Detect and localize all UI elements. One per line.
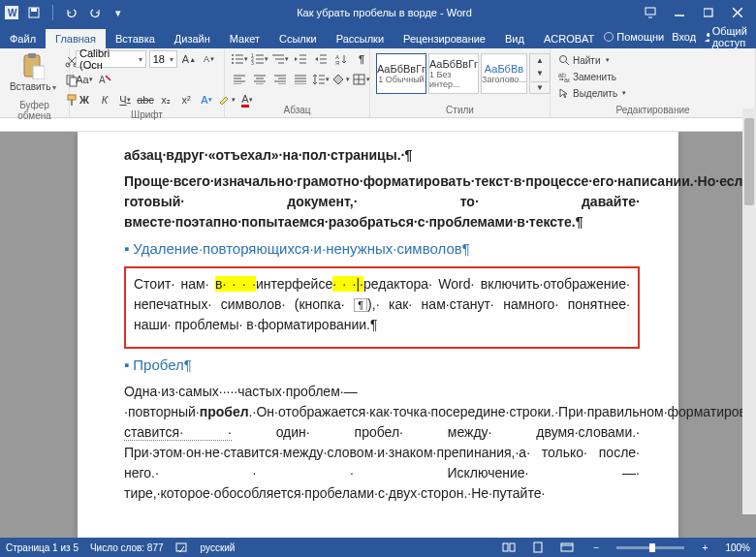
bullets-icon[interactable]: ▾ [231, 50, 248, 68]
paste-button[interactable]: Вставить [6, 50, 60, 94]
svg-rect-12 [28, 53, 36, 58]
tab-review[interactable]: Рецензирование [394, 29, 495, 48]
font-size-select[interactable]: 18 [149, 50, 177, 68]
zoom-slider[interactable] [616, 546, 684, 549]
tab-insert[interactable]: Вставка [106, 29, 165, 48]
styles-scroll-up-icon[interactable]: ▲ [531, 54, 549, 66]
font-name-select[interactable]: Calibri (Осн [76, 50, 146, 68]
replace-button[interactable]: abacЗаменить [556, 69, 749, 84]
save-icon[interactable] [25, 4, 43, 21]
view-read-icon[interactable] [500, 542, 518, 552]
shading-icon[interactable]: ▾ [332, 71, 350, 88]
font-size-value: 18 [153, 53, 165, 65]
page[interactable]: абзац·вдруг·«отъехал»·на·пол·страницы.·¶… [78, 132, 678, 538]
svg-point-21 [232, 54, 234, 56]
qat-customize-icon[interactable]: ▾ [110, 4, 127, 21]
tab-acrobat[interactable]: ACROBAT [534, 29, 604, 48]
change-case-icon[interactable]: Aa▾ [76, 71, 93, 88]
undo-icon[interactable] [63, 4, 80, 21]
align-left-icon[interactable] [231, 71, 248, 88]
doc-heading-1: ▪Удаление·повторяющихся·и·ненужных·симво… [124, 238, 640, 261]
svg-text:ac: ac [564, 77, 570, 82]
view-print-icon[interactable] [529, 542, 547, 553]
shrink-font-icon[interactable]: A▼ [201, 50, 218, 68]
word-app-icon: W [4, 5, 19, 20]
scrollbar-thumb[interactable] [744, 118, 754, 205]
find-button[interactable]: Найти▾ [556, 52, 749, 68]
svg-point-25 [232, 62, 234, 64]
doc-para-1: абзац·вдруг·«отъехал»·на·пол·страницы.·¶ [124, 145, 640, 166]
align-justify-icon[interactable] [292, 71, 309, 88]
group-paragraph: ▾ 123▾ ▾ AЯ ¶ ▾ ▾ ▾ Абзац [225, 48, 370, 117]
sign-in[interactable]: Вход [672, 31, 696, 43]
tab-references[interactable]: Ссылки [269, 29, 327, 48]
borders-icon[interactable]: ▾ [353, 71, 370, 88]
strike-icon[interactable]: abc [137, 91, 154, 108]
underline-icon[interactable]: Ч▾ [116, 91, 134, 108]
close-icon[interactable] [729, 4, 746, 21]
window-title: Как убрать пробелы в ворде - Word [127, 7, 642, 18]
share-button[interactable]: Общий доступ [704, 25, 751, 48]
align-center-icon[interactable] [251, 71, 268, 88]
numbering-icon[interactable]: 123▾ [251, 50, 268, 68]
vertical-scrollbar[interactable] [742, 108, 756, 514]
redo-icon[interactable] [86, 4, 104, 21]
tab-mailings[interactable]: Рассылки [327, 29, 394, 48]
status-words[interactable]: Число слов: 877 [90, 542, 164, 553]
minimize-icon[interactable] [671, 4, 688, 21]
maximize-icon[interactable] [700, 4, 717, 21]
style-nospacing[interactable]: АаБбВвГг1 Без интер... [428, 53, 479, 94]
superscript-icon[interactable]: x² [177, 91, 195, 108]
bullet-icon: ▪ [124, 240, 129, 257]
decrease-indent-icon[interactable] [292, 50, 309, 68]
style-normal[interactable]: АаБбВвГг1 Обычный [376, 53, 426, 94]
tab-layout[interactable]: Макет [220, 29, 269, 48]
tab-design[interactable]: Дизайн [165, 29, 220, 48]
svg-rect-6 [704, 9, 712, 16]
bullet-icon-2: ▪ [124, 356, 129, 373]
styles-more-icon[interactable]: ▼ [531, 81, 549, 93]
align-right-icon[interactable] [271, 71, 289, 88]
svg-point-23 [232, 58, 234, 60]
svg-point-9 [605, 33, 614, 42]
subscript-icon[interactable]: x₂ [157, 91, 174, 108]
document-area: абзац·вдруг·«отъехал»·на·пол·страницы.·¶… [0, 132, 756, 538]
paste-icon [21, 52, 45, 79]
show-marks-icon[interactable]: ¶ [353, 50, 370, 68]
sort-icon[interactable]: AЯ [332, 50, 350, 68]
status-page[interactable]: Страница 1 из 5 [6, 542, 79, 553]
ribbon-options-icon[interactable] [642, 4, 659, 21]
replace-icon: abac [558, 71, 570, 82]
tell-me[interactable]: Помощни [604, 31, 664, 43]
increase-indent-icon[interactable] [312, 50, 330, 68]
zoom-knob[interactable] [649, 543, 655, 552]
zoom-out-icon[interactable]: − [587, 542, 605, 553]
highlight-2: · · ·|· [332, 276, 363, 292]
group-editing: Найти▾ abacЗаменить Выделить▾ Редактиров… [551, 48, 756, 117]
status-language[interactable]: русский [201, 542, 236, 553]
svg-rect-72 [510, 543, 515, 551]
multilevel-icon[interactable]: ▾ [271, 50, 289, 68]
view-web-icon[interactable] [558, 542, 576, 552]
tab-view[interactable]: Вид [495, 29, 534, 48]
svg-point-10 [707, 33, 709, 37]
svg-rect-13 [33, 66, 45, 79]
select-button[interactable]: Выделить▾ [556, 85, 749, 101]
doc-para-2: Проще·всего·изначально·грамотно·форматир… [124, 171, 640, 232]
bold-icon[interactable]: Ж [76, 91, 93, 108]
styles-scroll-down-icon[interactable]: ▼ [531, 68, 549, 79]
clear-format-icon[interactable]: A [96, 71, 113, 88]
svg-rect-71 [503, 543, 508, 551]
italic-icon[interactable]: К [96, 91, 113, 108]
status-proofing-icon[interactable] [175, 542, 189, 553]
tab-file[interactable]: Файл [0, 29, 46, 48]
style-heading1[interactable]: АаБбВвЗаголово... [481, 53, 527, 94]
text-effects-icon[interactable]: A▾ [198, 91, 215, 108]
grow-font-icon[interactable]: A▲ [180, 50, 198, 68]
statusbar: Страница 1 из 5 Число слов: 877 русский … [0, 538, 756, 557]
tab-home[interactable]: Главная [46, 29, 106, 48]
doc-para-3: Одна·из·самых·····частых·проблем·—·повто… [124, 382, 640, 504]
line-spacing-icon[interactable]: ▾ [312, 71, 330, 88]
zoom-in-icon[interactable]: + [696, 542, 713, 553]
zoom-level[interactable]: 100% [725, 542, 750, 553]
